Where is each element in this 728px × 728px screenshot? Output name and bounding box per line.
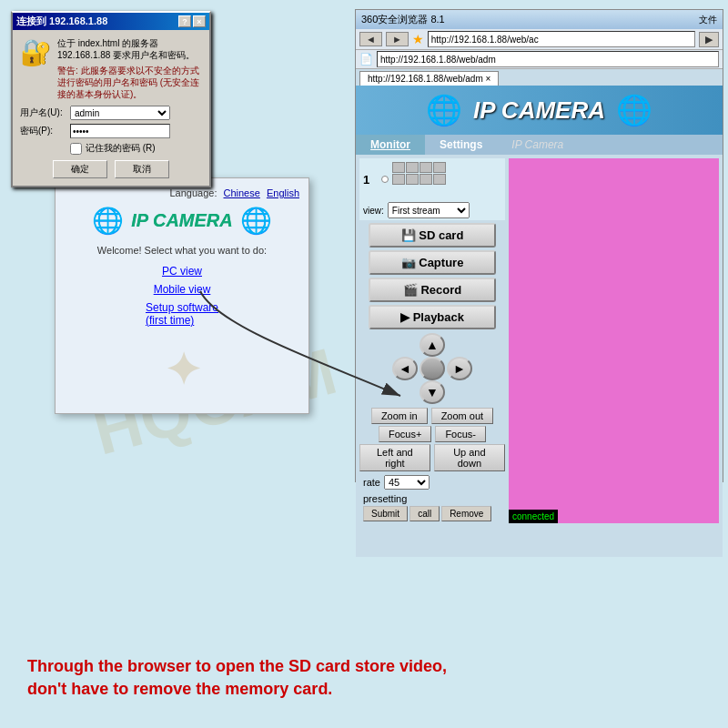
ptz-down-button[interactable]: ▼ — [420, 380, 445, 404]
ptz-center-button[interactable] — [420, 357, 445, 380]
ptz-right-button[interactable]: ► — [447, 357, 472, 380]
dialog-question-btn[interactable]: ? — [178, 15, 191, 27]
ptz-area: ▲ ◄ ► ▼ — [359, 333, 505, 404]
page-icon: 📄 — [359, 53, 373, 66]
tab-active[interactable]: http://192.168.1.88/web/adm × — [359, 71, 499, 86]
playback-button[interactable]: ▶ Playback — [369, 305, 496, 329]
left-right-button[interactable]: Left and right — [359, 444, 430, 471]
password-label: 密码(P): — [20, 125, 70, 137]
focus-minus-button[interactable]: Focus- — [435, 426, 486, 442]
sd-card-button[interactable]: 💾 SD card — [369, 223, 496, 248]
chinese-link[interactable]: Chinese — [224, 187, 260, 198]
channel-cell-7[interactable] — [420, 174, 432, 185]
channel-cell-6[interactable] — [406, 174, 419, 185]
channel-cell-5[interactable] — [392, 174, 405, 185]
ok-button[interactable]: 确定 — [53, 160, 107, 178]
ipcam-label: IP Camera — [497, 135, 578, 155]
channel-grid — [392, 162, 446, 197]
rate-label: rate — [363, 477, 380, 488]
presetting-label: presetting — [363, 493, 407, 504]
login-form: 用户名(U): admin 密码(P): 记住我的密码 (R) — [20, 106, 202, 155]
ptz-left-button[interactable]: ◄ — [392, 357, 418, 380]
browser-file-menu[interactable]: 文件 — [699, 14, 717, 26]
record-icon: 🎬 — [403, 283, 418, 297]
ipcam-header: 🌐 IP CAMERA 🌐 — [356, 86, 723, 135]
welcome-watermark: ✦ — [165, 344, 199, 395]
tab-monitor[interactable]: Monitor — [356, 135, 425, 155]
focus-row: Focus+ Focus- — [359, 426, 505, 442]
zoom-out-button[interactable]: Zoom out — [431, 408, 493, 424]
video-area: connected — [509, 158, 719, 523]
mobile-view-link[interactable]: Mobile view — [154, 283, 211, 296]
lock-icon: 🔐 — [20, 37, 52, 67]
tab-settings[interactable]: Settings — [425, 135, 497, 155]
go-button[interactable]: ▶ — [699, 32, 719, 47]
up-down-button[interactable]: Up and down — [434, 444, 505, 471]
capture-button[interactable]: 📷 Capture — [369, 250, 496, 275]
channel-cell-3[interactable] — [420, 162, 432, 173]
connected-badge: connected — [509, 510, 558, 523]
dialog-close-btn[interactable]: × — [193, 15, 206, 27]
remember-label: 记住我的密码 (R) — [86, 142, 156, 155]
globe-icon-left: 🌐 — [92, 206, 124, 236]
sd-icon: 💾 — [401, 228, 416, 242]
globe-icon-right: 🌐 — [240, 206, 272, 236]
english-link[interactable]: English — [267, 187, 299, 198]
ptz-row-mid: ◄ ► — [392, 357, 472, 380]
browser-titlebar: 360安全浏览器 8.1 文件 — [356, 10, 723, 29]
password-input[interactable] — [70, 124, 170, 138]
cancel-button[interactable]: 取消 — [115, 160, 169, 178]
address-bar[interactable] — [428, 31, 695, 47]
zoom-row: Zoom in Zoom out — [359, 408, 505, 424]
back-button[interactable]: ◄ — [359, 32, 382, 46]
rate-select[interactable]: 45 — [384, 475, 430, 490]
channel-indicator — [381, 176, 389, 183]
star-icon[interactable]: ★ — [412, 32, 424, 46]
password-row: 密码(P): — [20, 124, 202, 138]
remove-button[interactable]: Remove — [441, 506, 491, 521]
ipcam-title: IP CAMERA — [473, 96, 605, 125]
presetting-buttons: Submit call Remove — [363, 506, 501, 521]
dialog-title: 连接到 192.168.1.88 — [16, 15, 107, 28]
camera-icon: 📷 — [401, 256, 416, 269]
remember-checkbox[interactable] — [70, 143, 82, 155]
view-select[interactable]: First stream — [388, 202, 470, 218]
username-label: 用户名(U): — [20, 106, 70, 119]
annotation-text: Through the browser to open the SD card … — [27, 655, 447, 701]
username-dropdown[interactable]: admin — [70, 106, 170, 120]
play-icon: ▶ — [400, 310, 410, 324]
address-bar2[interactable] — [377, 51, 719, 67]
view-label: view: — [363, 206, 384, 216]
warning-text: 警告: 此服务器要求以不安全的方式进行密码的用户名和密码 (无安全连接的基本身份… — [57, 65, 202, 100]
rate-row: rate 45 — [359, 473, 505, 491]
dialog-body: 🔐 位于 index.html 的服务器 192.168.1.88 要求用户名和… — [13, 30, 209, 186]
browser-title: 360安全浏览器 8.1 — [361, 13, 445, 26]
channel-cell-4[interactable] — [433, 162, 446, 173]
record-button[interactable]: 🎬 Record — [369, 278, 496, 302]
ipcam-content: 1 view: — [356, 155, 723, 527]
browser-nav: ◄ ► ★ ▶ — [356, 29, 723, 50]
browser-title-btns: 文件 — [699, 14, 717, 26]
setup-software-link[interactable]: Setup software (first time) — [146, 301, 218, 327]
channel-number: 1 — [363, 173, 378, 187]
zoom-in-button[interactable]: Zoom in — [371, 408, 428, 424]
channel-cell-8[interactable] — [433, 174, 446, 185]
channel-dot — [381, 176, 389, 183]
dialog-footer: 确定 取消 — [20, 160, 202, 178]
channel-cell-2[interactable] — [406, 162, 419, 173]
submit-button[interactable]: Submit — [363, 506, 408, 521]
first-time-label: (first time) — [146, 314, 194, 327]
welcome-subtitle: Welcome! Select what you want to do: — [65, 245, 299, 256]
ipcam-globe-right: 🌐 — [616, 93, 652, 127]
language-selector: Language: Chinese English — [65, 187, 299, 198]
direction-row: Left and right Up and down — [359, 444, 505, 471]
pc-view-link[interactable]: PC view — [162, 265, 202, 278]
forward-button[interactable]: ► — [386, 32, 409, 46]
dialog-titlebar: 连接到 192.168.1.88 ? × — [13, 13, 209, 30]
call-button[interactable]: call — [410, 506, 440, 521]
channel-cell-1[interactable] — [392, 162, 405, 173]
focus-plus-button[interactable]: Focus+ — [379, 426, 431, 442]
browser-window: 360安全浏览器 8.1 文件 ◄ ► ★ ▶ 📄 http://192.168… — [355, 9, 723, 482]
ptz-up-button[interactable]: ▲ — [420, 333, 445, 357]
welcome-title: IP CAMERA — [131, 210, 232, 231]
